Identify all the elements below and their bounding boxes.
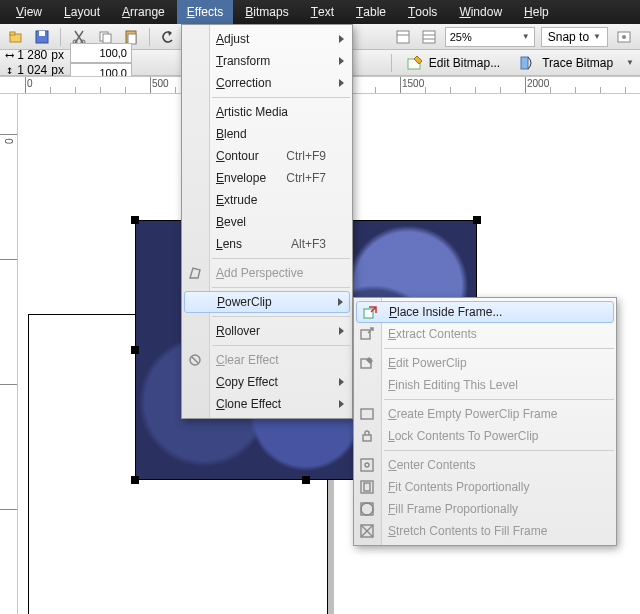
effects-item-artistic-media[interactable]: Artistic Media — [182, 101, 352, 123]
menu-table[interactable]: Table — [346, 0, 396, 24]
powerclip-item-center-contents: Center Contents — [354, 454, 616, 476]
view-mode-icon[interactable] — [393, 27, 413, 47]
menu-window[interactable]: Window — [449, 0, 512, 24]
snap-to-dropdown[interactable]: Snap to ▼ — [541, 27, 608, 47]
menu-item-label: Place Inside Frame... — [389, 305, 502, 319]
effects-item-transform[interactable]: Transform — [182, 50, 352, 72]
powerclip-item-fit-contents-proportionally: Fit Contents Proportionally — [354, 476, 616, 498]
extract-icon — [359, 326, 375, 342]
powerclip-item-place-inside-frame[interactable]: Place Inside Frame... — [356, 301, 614, 323]
fit-prop-icon — [359, 479, 375, 495]
menu-shortcut: Ctrl+F7 — [286, 171, 326, 185]
submenu-arrow-icon — [339, 327, 344, 335]
menu-effects[interactable]: Effects — [177, 0, 233, 24]
menu-bitmaps[interactable]: Bitmaps — [235, 0, 298, 24]
edit-bitmap-label: Edit Bitmap... — [429, 56, 500, 70]
menu-text[interactable]: Text — [301, 0, 344, 24]
menu-item-label: Correction — [216, 76, 271, 90]
scale-x-field[interactable] — [70, 43, 132, 63]
svg-point-27 — [361, 503, 373, 515]
effects-item-clone-effect[interactable]: Clone Effect — [182, 393, 352, 415]
menu-item-label: Envelope — [216, 171, 266, 185]
menu-layout[interactable]: Layout — [54, 0, 110, 24]
effects-item-envelope[interactable]: EnvelopeCtrl+F7 — [182, 167, 352, 189]
empty-pc-icon — [359, 406, 375, 422]
clear-effect-icon — [187, 352, 203, 368]
width-value[interactable]: 1 280 — [17, 48, 47, 62]
ruler-vertical: 0 — [0, 94, 18, 614]
svg-rect-15 — [521, 57, 528, 69]
chevron-down-icon[interactable]: ▼ — [626, 58, 634, 67]
effects-item-lens[interactable]: LensAlt+F3 — [182, 233, 352, 255]
selection-handle[interactable] — [131, 216, 139, 224]
menu-item-label: Add Perspective — [216, 266, 303, 280]
menu-item-label: Edit PowerClip — [388, 356, 467, 370]
effects-item-rollover[interactable]: Rollover — [182, 320, 352, 342]
powerclip-item-stretch-contents-to-fill-frame: Stretch Contents to Fill Frame — [354, 520, 616, 542]
menu-arrange[interactable]: Arrange — [112, 0, 175, 24]
menu-separator — [212, 345, 350, 346]
chevron-down-icon[interactable]: ▼ — [522, 32, 530, 41]
fill-prop-icon — [359, 501, 375, 517]
save-icon[interactable] — [32, 27, 52, 47]
submenu-arrow-icon — [339, 400, 344, 408]
effects-item-extrude[interactable]: Extrude — [182, 189, 352, 211]
svg-rect-21 — [363, 435, 371, 441]
effects-item-contour[interactable]: ContourCtrl+F9 — [182, 145, 352, 167]
powerclip-item-edit-powerclip: Edit PowerClip — [354, 352, 616, 374]
selection-handle[interactable] — [131, 476, 139, 484]
menu-shortcut: Alt+F3 — [291, 237, 326, 251]
menu-help[interactable]: Help — [514, 0, 559, 24]
powerclip-item-fill-frame-proportionally: Fill Frame Proportionally — [354, 498, 616, 520]
menu-view[interactable]: View — [6, 0, 52, 24]
effects-item-copy-effect[interactable]: Copy Effect — [182, 371, 352, 393]
height-value[interactable]: 1 024 — [17, 63, 47, 77]
selection-handle[interactable] — [302, 476, 310, 484]
menu-item-label: Contour — [216, 149, 259, 163]
menu-item-label: Copy Effect — [216, 375, 278, 389]
menu-item-label: Center Contents — [388, 458, 475, 472]
effects-item-powerclip[interactable]: PowerClip — [184, 291, 350, 313]
zoom-combo[interactable]: ▼ — [445, 27, 535, 47]
edit-bitmap-icon — [407, 55, 423, 71]
effects-menu: AdjustTransformCorrectionArtistic MediaB… — [181, 24, 353, 419]
menu-separator — [384, 450, 614, 451]
unit-label: px — [51, 63, 64, 77]
menu-separator — [384, 348, 614, 349]
trace-bitmap-button[interactable]: Trace Bitmap — [513, 53, 620, 73]
options-icon[interactable] — [614, 27, 634, 47]
zoom-input[interactable] — [450, 31, 506, 43]
menu-item-label: Lock Contents To PowerClip — [388, 429, 539, 443]
edit-bitmap-button[interactable]: Edit Bitmap... — [400, 53, 507, 73]
unit-label: px — [51, 48, 64, 62]
menu-separator — [212, 97, 350, 98]
menu-item-label: Rollover — [216, 324, 260, 338]
menu-tools[interactable]: Tools — [398, 0, 447, 24]
selection-handle[interactable] — [473, 216, 481, 224]
separator — [149, 28, 150, 46]
menu-shortcut: Ctrl+F9 — [286, 149, 326, 163]
effects-item-correction[interactable]: Correction — [182, 72, 352, 94]
selection-handle[interactable] — [131, 346, 139, 354]
view-detail-icon[interactable] — [419, 27, 439, 47]
stretch-icon — [359, 523, 375, 539]
svg-rect-7 — [103, 34, 111, 43]
effects-item-bevel[interactable]: Bevel — [182, 211, 352, 233]
edit-pc-icon — [359, 355, 375, 371]
effects-item-blend[interactable]: Blend — [182, 123, 352, 145]
separator — [391, 54, 392, 72]
svg-rect-18 — [361, 330, 370, 339]
width-icon: ⟷ — [6, 48, 13, 62]
effects-item-adjust[interactable]: Adjust — [182, 28, 352, 50]
trace-bitmap-icon — [520, 55, 536, 71]
svg-rect-20 — [361, 409, 373, 419]
height-field: ↕ 1 024 px — [6, 63, 64, 77]
menu-item-label: Finish Editing This Level — [388, 378, 518, 392]
svg-rect-3 — [39, 31, 45, 36]
open-icon[interactable] — [6, 27, 26, 47]
trace-bitmap-label: Trace Bitmap — [542, 56, 613, 70]
menu-item-label: Blend — [216, 127, 247, 141]
undo-icon[interactable] — [158, 27, 178, 47]
scale-x-input[interactable] — [75, 47, 127, 59]
submenu-arrow-icon — [339, 35, 344, 43]
